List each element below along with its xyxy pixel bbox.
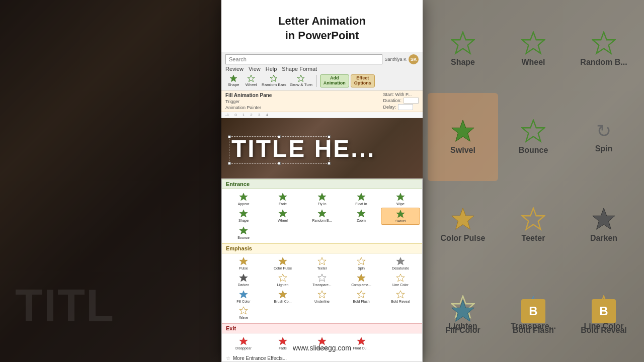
duration-control: Duration: bbox=[383, 98, 419, 104]
anim-complement[interactable]: Compleme... bbox=[342, 272, 381, 289]
anim-darken[interactable]: Darken bbox=[224, 272, 263, 289]
animation-controls-right: Start: With P... Duration: Delay: bbox=[383, 92, 419, 110]
anim-line-color[interactable]: Line Color bbox=[381, 272, 420, 289]
color-pulse-icon2 bbox=[278, 257, 287, 266]
nav-review[interactable]: Review bbox=[225, 66, 244, 72]
anim-float-in[interactable]: Float In bbox=[342, 191, 381, 208]
svg-marker-30 bbox=[357, 257, 365, 265]
more-entrance-link[interactable]: ☆ More Entrance Effects... bbox=[222, 354, 422, 362]
anim-random-bars[interactable]: Random B... bbox=[302, 208, 342, 225]
darken-icon bbox=[592, 207, 616, 231]
wheel-icon2 bbox=[278, 209, 287, 218]
add-animation-button[interactable]: Add Animation bbox=[320, 74, 349, 87]
anim-transparent[interactable]: Transpare... bbox=[302, 272, 342, 289]
anim-fill-color[interactable]: Fill Color bbox=[224, 289, 263, 305]
anim-shape[interactable]: Shape bbox=[224, 208, 263, 225]
nav-view[interactable]: View bbox=[249, 66, 261, 72]
background-left: TITL bbox=[0, 0, 221, 362]
anim-appear[interactable]: Appear bbox=[224, 191, 263, 208]
toolbar-nav[interactable]: Review View Help Shape Format bbox=[225, 66, 419, 72]
handle-tl bbox=[228, 135, 231, 138]
wheel-tb-label: Wheel bbox=[246, 82, 257, 87]
duration-input[interactable] bbox=[404, 98, 419, 104]
bg-title-watermark: TITL bbox=[15, 280, 115, 332]
wheel-icon bbox=[247, 74, 255, 82]
anim-color-pulse[interactable]: Color Pulse bbox=[263, 255, 302, 272]
teeter-label: Teeter bbox=[522, 234, 545, 243]
fly-in-label: Fly In bbox=[317, 202, 326, 206]
anim-fly-in[interactable]: Fly In bbox=[302, 191, 342, 208]
anim-bounce[interactable]: Bounce bbox=[224, 225, 263, 241]
anim-wheel[interactable]: Wheel bbox=[263, 208, 302, 225]
anim-zoom[interactable]: Zoom bbox=[342, 208, 381, 225]
bold-reveal-label2: Bold Reveal bbox=[391, 300, 410, 304]
page-title: Letter Animation in PowerPoint bbox=[231, 14, 413, 43]
delay-input[interactable] bbox=[398, 104, 413, 110]
zoom-label: Zoom bbox=[357, 219, 366, 223]
toolbar-top: Santhiya K SK bbox=[225, 54, 419, 64]
anim-brush-color[interactable]: Brush Co... bbox=[263, 289, 302, 305]
color-pulse-label: Color Pulse bbox=[441, 234, 486, 243]
start-control: Start: With P... bbox=[383, 92, 419, 97]
anim-wave[interactable]: Wave bbox=[224, 305, 263, 321]
search-input[interactable] bbox=[225, 54, 382, 64]
trigger-label[interactable]: Trigger bbox=[225, 99, 272, 104]
toolbar-icons: Shape Wheel Random Bars Grow & Turn Add … bbox=[225, 73, 419, 88]
nav-shape-format[interactable]: Shape Format bbox=[282, 66, 317, 72]
wheel-tb-icon[interactable]: Wheel bbox=[243, 73, 259, 88]
star-cell-color-pulse: Color Pulse bbox=[428, 181, 498, 269]
svg-marker-28 bbox=[279, 257, 287, 265]
svg-marker-13 bbox=[248, 75, 255, 82]
fill-color-label: Fill Color bbox=[445, 326, 480, 335]
anim-pulse[interactable]: Pulse bbox=[224, 255, 263, 272]
appear-label: Appear bbox=[238, 202, 250, 206]
anim-bold-flash[interactable]: Bold Flash bbox=[342, 289, 381, 305]
anim-swivel[interactable]: Swivel bbox=[381, 208, 420, 225]
svg-marker-29 bbox=[318, 257, 326, 265]
brush-color-icon bbox=[278, 290, 287, 299]
handle-bc bbox=[278, 162, 281, 165]
svg-marker-42 bbox=[239, 307, 248, 314]
wheel-star-icon bbox=[521, 31, 545, 55]
anim-bold-reveal[interactable]: Bold Reveal bbox=[381, 289, 420, 305]
star-cell-random: Random B... bbox=[569, 5, 639, 93]
shape-tb-icon[interactable]: Shape bbox=[225, 73, 242, 88]
swivel-label: Swivel bbox=[395, 219, 406, 223]
grow-turn-tb-icon[interactable]: Grow & Turn bbox=[289, 73, 313, 88]
anim-desaturate[interactable]: Desaturate bbox=[381, 255, 420, 272]
svg-marker-16 bbox=[239, 193, 248, 201]
wave-label: Wave bbox=[239, 316, 248, 320]
more-entrance-label: More Entrance Effects... bbox=[233, 355, 287, 361]
svg-marker-6 bbox=[522, 208, 544, 229]
grow-turn-tb-label: Grow & Turn bbox=[290, 82, 312, 87]
desaturate-icon bbox=[396, 257, 405, 266]
anim-spin[interactable]: Spin bbox=[342, 255, 381, 272]
center-panel: Letter Animation in PowerPoint Santhiya … bbox=[221, 0, 423, 362]
float-in-icon bbox=[357, 193, 366, 202]
effect-options-button[interactable]: Effect Options bbox=[351, 74, 375, 87]
anim-fade[interactable]: Fade bbox=[263, 191, 302, 208]
teeter-icon2 bbox=[317, 257, 327, 266]
spin-icon2 bbox=[357, 257, 366, 266]
anim-pane-title[interactable]: Fill Animation Pane bbox=[225, 93, 272, 98]
random-bars-tb-icon[interactable]: Random Bars bbox=[261, 73, 287, 88]
star-cell-spin: ↻ Spin bbox=[569, 93, 639, 181]
teeter-icon bbox=[521, 207, 545, 231]
svg-marker-35 bbox=[357, 274, 365, 282]
duration-label: Duration: bbox=[383, 98, 401, 103]
anim-teeter[interactable]: Teeter bbox=[302, 255, 342, 272]
bold-flash-label2: Bold Flash bbox=[353, 300, 369, 304]
anim-wipe[interactable]: Wipe bbox=[381, 191, 420, 208]
wheel-label: Wheel bbox=[278, 219, 288, 223]
anim-painter-label[interactable]: Animation Painter bbox=[225, 105, 272, 110]
nav-help[interactable]: Help bbox=[266, 66, 277, 72]
shape-icon2 bbox=[239, 209, 248, 218]
anim-underline[interactable]: Underline bbox=[302, 289, 342, 305]
svg-marker-39 bbox=[318, 290, 326, 298]
color-pulse-label2: Color Pulse bbox=[274, 266, 292, 270]
animation-panel-controls-left: Fill Animation Pane Trigger Animation Pa… bbox=[225, 93, 272, 110]
anim-lighten[interactable]: Lighten bbox=[263, 272, 302, 289]
svg-marker-23 bbox=[318, 210, 326, 217]
bounce-star-icon bbox=[521, 119, 545, 143]
spin-star-label: Spin bbox=[595, 144, 613, 153]
